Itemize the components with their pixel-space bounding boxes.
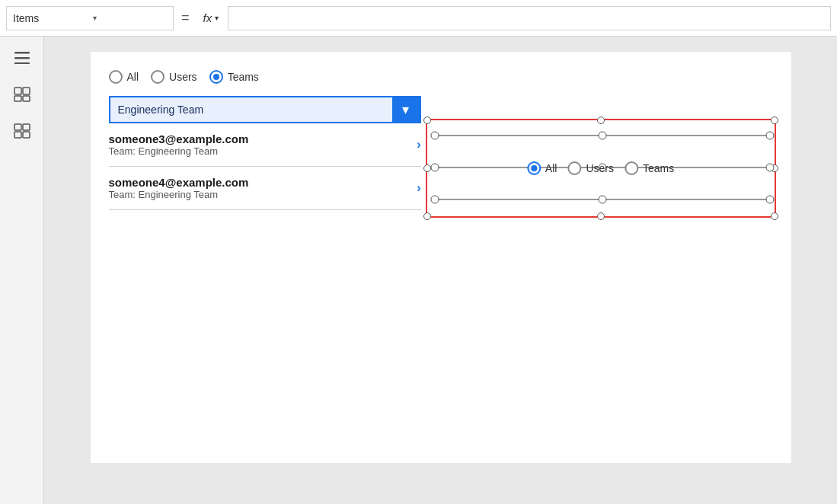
equals-sign: = xyxy=(177,10,194,26)
items-dropdown[interactable]: Items ▾ xyxy=(6,6,174,30)
radio-circle-teams xyxy=(209,70,223,84)
canvas-panel: All Users Teams Engineering Team ▾ xyxy=(91,52,791,463)
list-item-title-0: someone3@example.com xyxy=(109,132,417,145)
radio-all[interactable]: All xyxy=(109,70,139,84)
svg-point-22 xyxy=(766,196,774,203)
radio-users[interactable]: Users xyxy=(151,70,197,84)
fx-button[interactable]: fx ▾ xyxy=(197,6,225,30)
svg-point-21 xyxy=(599,196,606,203)
sidebar xyxy=(0,37,44,504)
items-dropdown-chevron: ▾ xyxy=(93,14,167,22)
list-item-chevron-1: › xyxy=(417,181,420,195)
list-item-subtitle-0: Team: Engineering Team xyxy=(109,145,417,157)
toolbar: Items ▾ = fx ▾ xyxy=(0,0,837,37)
inner-radio-circle-users xyxy=(567,161,581,175)
radio-circle-users xyxy=(151,70,165,84)
svg-rect-2 xyxy=(14,62,30,64)
radio-group: All Users Teams xyxy=(109,70,773,84)
team-dropdown-label: Engineering Team xyxy=(118,104,392,116)
list-item-1[interactable]: someone4@example.com Team: Engineering T… xyxy=(109,167,421,210)
list-item-title-1: someone4@example.com xyxy=(109,176,417,189)
list-item-content-1: someone4@example.com Team: Engineering T… xyxy=(109,176,417,200)
team-dropdown-button[interactable]: ▾ xyxy=(392,96,420,123)
inner-radio-label-users: Users xyxy=(586,162,614,174)
svg-point-15 xyxy=(599,132,606,139)
svg-point-19 xyxy=(766,164,774,171)
radio-teams[interactable]: Teams xyxy=(209,70,259,84)
fx-chevron: ▾ xyxy=(215,14,219,22)
team-dropdown-chevron: ▾ xyxy=(402,101,409,118)
list-item-content-0: someone3@example.com Team: Engineering T… xyxy=(109,132,417,157)
team-dropdown[interactable]: Engineering Team ▾ xyxy=(109,96,421,123)
inner-radio-teams[interactable]: Teams xyxy=(625,161,674,175)
list-item-subtitle-1: Team: Engineering Team xyxy=(109,189,417,200)
list-item-0[interactable]: someone3@example.com Team: Engineering T… xyxy=(109,123,421,167)
svg-rect-10 xyxy=(23,132,30,138)
svg-rect-1 xyxy=(14,57,30,59)
formula-bar[interactable] xyxy=(228,6,831,30)
fx-label: fx xyxy=(203,11,212,24)
svg-point-14 xyxy=(431,132,439,139)
radio-circle-all xyxy=(109,70,123,84)
inner-radio-label-teams: Teams xyxy=(643,162,674,174)
svg-rect-3 xyxy=(14,88,21,94)
svg-rect-5 xyxy=(14,96,21,101)
svg-rect-9 xyxy=(14,132,21,138)
list-container: Engineering Team ▾ someone3@example.com … xyxy=(109,96,421,210)
svg-point-20 xyxy=(431,196,439,203)
grid-icon[interactable] xyxy=(13,122,31,140)
list-item-chevron-0: › xyxy=(417,138,420,152)
radio-label-all: All xyxy=(127,71,139,83)
hamburger-icon[interactable] xyxy=(13,49,31,67)
inner-radio-circle-teams xyxy=(625,161,638,175)
svg-rect-8 xyxy=(23,124,30,130)
svg-rect-0 xyxy=(14,52,30,54)
inner-radio-all[interactable]: All xyxy=(527,161,557,175)
inner-radio-users[interactable]: Users xyxy=(567,161,614,175)
inner-radio-label-all: All xyxy=(545,162,557,174)
svg-point-16 xyxy=(766,132,774,139)
svg-point-17 xyxy=(431,164,439,171)
svg-rect-4 xyxy=(23,88,30,94)
selection-box[interactable]: All Users Teams xyxy=(426,119,776,218)
radio-label-users: Users xyxy=(169,71,197,83)
inner-radio-group: All Users Teams xyxy=(527,161,674,175)
canvas-area: All Users Teams Engineering Team ▾ xyxy=(44,37,837,504)
svg-rect-6 xyxy=(23,96,30,101)
layers-icon[interactable] xyxy=(13,85,31,104)
items-dropdown-label: Items xyxy=(13,12,87,24)
radio-label-teams: Teams xyxy=(228,71,259,83)
inner-radio-circle-all xyxy=(527,161,541,175)
svg-rect-7 xyxy=(14,124,21,130)
